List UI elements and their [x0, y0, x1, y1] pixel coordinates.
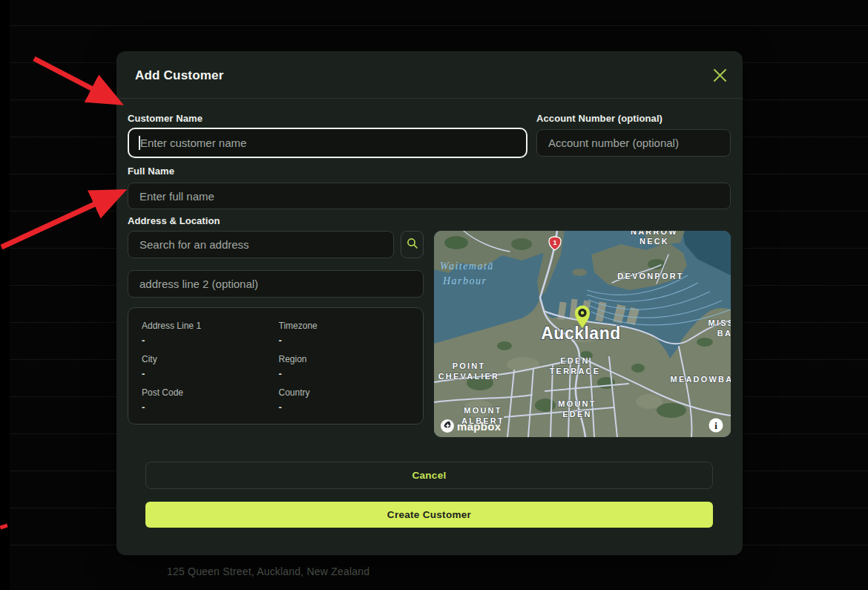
address-details-panel: Address Line 1 - Timezone - City - Regio…	[128, 307, 424, 425]
modal-header: Add Customer	[116, 51, 743, 99]
map-label-eden: EDEN	[560, 356, 589, 365]
cancel-button[interactable]: Cancel	[145, 462, 713, 489]
address-search-input[interactable]	[128, 231, 394, 258]
map-label-mount-eden-2: EDEN	[562, 410, 591, 419]
customer-name-field-wrap	[128, 128, 527, 158]
map-canvas: 1 NARROW NECK DEVONPORT Waitematā Harbou…	[434, 231, 731, 437]
text-caret	[139, 136, 140, 150]
detail-postcode: Post Code -	[142, 387, 273, 421]
map-label-mission-bay-2: BA	[717, 329, 731, 338]
map-label-terrace: TERRACE	[550, 367, 601, 376]
map-label-mission-bay-1: MISSI	[708, 318, 731, 327]
map-label-point: POINT	[453, 361, 486, 370]
map-label-mount-eden-1: MOUNT	[558, 399, 596, 408]
background-address-text: 125 Queen Street, Auckland, New Zealand	[167, 566, 369, 577]
address-location-label: Address & Location	[128, 215, 220, 226]
map-label-harbour: Harbour	[442, 275, 487, 286]
map-label-auckland: Auckland	[541, 324, 621, 343]
close-button[interactable]	[710, 67, 729, 86]
search-icon	[407, 237, 418, 252]
create-customer-button[interactable]: Create Customer	[145, 502, 713, 528]
modal-title: Add Customer	[135, 68, 224, 83]
account-number-input[interactable]	[536, 129, 731, 157]
svg-text:i: i	[714, 420, 717, 431]
mapbox-logo[interactable]: mapbox	[441, 419, 502, 433]
map-label-chevalier: CHEVALIER	[438, 372, 500, 381]
full-name-input[interactable]	[128, 183, 731, 209]
map-label-meadowbank: MEADOWBAN	[671, 375, 731, 384]
full-name-label: Full Name	[128, 165, 174, 177]
map-label-waitemata: Waitematā	[440, 260, 494, 272]
svg-text:1: 1	[553, 239, 556, 246]
map-label-mount-albert-1: MOUNT	[464, 406, 502, 415]
map-info-button[interactable]: i	[709, 419, 723, 433]
close-icon	[713, 68, 727, 85]
map-label-devonport: DEVONPORT	[617, 272, 683, 281]
customer-name-input[interactable]	[128, 128, 527, 158]
map-label-neck: NECK	[640, 237, 669, 246]
detail-address-line1: Address Line 1 -	[142, 321, 273, 354]
address-search-button[interactable]	[401, 231, 424, 258]
account-number-label: Account Number (optional)	[536, 113, 662, 124]
screen: 125 Queen Street, Auckland, New Zealand …	[0, 0, 868, 590]
add-customer-modal: Add Customer Customer Name Account Numbe…	[116, 51, 743, 555]
customer-name-label: Customer Name	[128, 113, 203, 124]
map-label-narrow: NARROW	[631, 231, 678, 236]
svg-text:mapbox: mapbox	[457, 420, 502, 433]
detail-country: Country -	[279, 387, 410, 421]
location-map[interactable]: 1 NARROW NECK DEVONPORT Waitematā Harbou…	[434, 231, 731, 437]
detail-city: City -	[142, 354, 273, 387]
detail-timezone: Timezone -	[279, 321, 410, 354]
detail-region: Region -	[279, 354, 410, 387]
background-left-strip	[0, 0, 10, 590]
address-line2-input[interactable]	[128, 270, 424, 298]
